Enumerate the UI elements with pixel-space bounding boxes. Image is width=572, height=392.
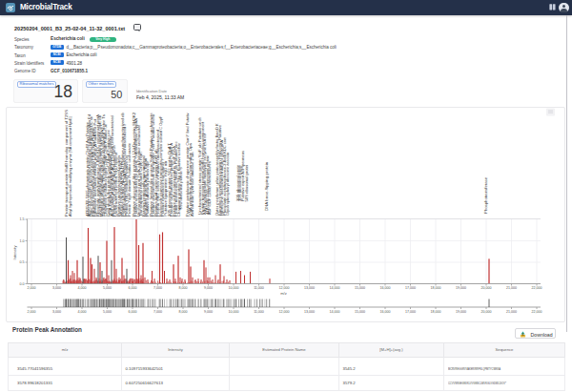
svg-text:Protein YdgH domain Putative u: Protein YdgH domain Putative uncharacte <box>128 143 132 217</box>
svg-text:22,000: 22,000 <box>532 286 542 290</box>
svg-text:13,000: 13,000 <box>304 286 315 290</box>
svg-text:18,000: 18,000 <box>431 286 441 290</box>
svg-text:17,000: 17,000 <box>405 310 416 314</box>
svg-text:21,000: 21,000 <box>506 310 517 314</box>
svg-text:8,000: 8,000 <box>179 310 188 314</box>
svg-text:18,000: 18,000 <box>431 310 441 314</box>
svg-text:11,000: 11,000 <box>254 286 264 290</box>
svg-text:5,000: 5,000 <box>103 286 112 290</box>
svg-text:6,000: 6,000 <box>129 286 137 290</box>
svg-text:Anthranilate synthase amidase: Anthranilate synthase amidase 2 sm <box>191 153 194 217</box>
svg-text:Alkyl hydroperoxide modifying: Alkyl hydroperoxide modifying enzyme (SA… <box>69 115 72 217</box>
svg-text:16,000: 16,000 <box>380 310 391 314</box>
svg-text:20,000: 20,000 <box>481 286 492 290</box>
svg-text:6,000: 6,000 <box>129 310 137 314</box>
svg-text:19,000: 19,000 <box>456 310 466 314</box>
svg-text:16,000: 16,000 <box>380 286 391 290</box>
svg-text:ADP/GDP-1090B chemotaxis tra: ADP/GDP-1090B chemotaxis tra <box>208 160 212 215</box>
svg-text:21,000: 21,000 <box>506 286 517 290</box>
svg-text:4,000: 4,000 <box>78 286 87 290</box>
svg-text:15,000: 15,000 <box>355 310 365 314</box>
svg-text:10,000: 10,000 <box>229 286 239 290</box>
svg-text:8,000: 8,000 <box>179 286 188 290</box>
svg-text:SSU ribosomal protein S: SSU ribosomal protein S <box>179 167 183 210</box>
svg-text:7,000: 7,000 <box>153 310 162 314</box>
svg-text:14,000: 14,000 <box>330 310 340 314</box>
svg-text:11,000: 11,000 <box>254 310 264 314</box>
svg-text:2,000: 2,000 <box>28 310 36 314</box>
svg-text:14,000: 14,000 <box>330 286 340 290</box>
svg-text:1.0: 1.0 <box>20 239 25 243</box>
svg-text:DNA base-flipping protein: DNA base-flipping protein <box>265 162 269 212</box>
svg-text:13,000: 13,000 <box>304 310 315 314</box>
svg-text:12,000: 12,000 <box>279 286 290 290</box>
svg-text:4,000: 4,000 <box>78 310 87 314</box>
svg-text:15,000: 15,000 <box>355 286 365 290</box>
svg-text:50S ribosomal protei: 50S ribosomal protei <box>245 165 249 202</box>
svg-text:Glycerophosphoryl ribosome ass: Glycerophosphoryl ribosome associa <box>226 152 230 216</box>
svg-text:0.0: 0.0 <box>20 282 25 286</box>
svg-text:Phosphotransferase: Phosphotransferase <box>484 177 488 214</box>
svg-text:9,000: 9,000 <box>204 310 213 314</box>
svg-text:3,000: 3,000 <box>52 286 61 290</box>
svg-text:20,000: 20,000 <box>481 310 492 314</box>
svg-text:3,000: 3,000 <box>52 310 61 314</box>
svg-text:19,000: 19,000 <box>456 286 466 290</box>
svg-text:7,000: 7,000 <box>153 286 162 290</box>
svg-text:9,000: 9,000 <box>204 286 213 290</box>
svg-text:1.5: 1.5 <box>20 217 25 221</box>
svg-text:5,000: 5,000 <box>103 310 112 314</box>
svg-text:17,000: 17,000 <box>405 286 416 290</box>
svg-text:m/z: m/z <box>280 291 286 296</box>
svg-text:12,000: 12,000 <box>279 310 290 314</box>
svg-text:0.5: 0.5 <box>20 260 25 264</box>
svg-text:Intensity: Intensity <box>12 246 17 260</box>
svg-text:22,000: 22,000 <box>532 310 542 314</box>
svg-text:2,000: 2,000 <box>28 286 36 290</box>
svg-text:10,000: 10,000 <box>229 310 239 314</box>
